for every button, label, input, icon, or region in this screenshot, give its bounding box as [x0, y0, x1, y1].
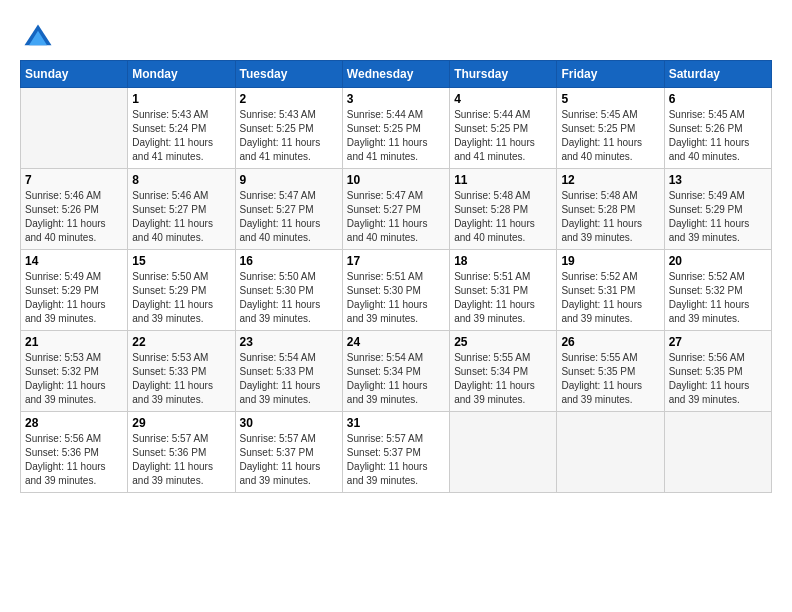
day-number: 18 [454, 254, 552, 268]
day-number: 31 [347, 416, 445, 430]
day-info: Sunrise: 5:43 AMSunset: 5:24 PMDaylight:… [132, 108, 230, 164]
day-number: 5 [561, 92, 659, 106]
logo-icon [20, 20, 56, 56]
day-number: 2 [240, 92, 338, 106]
day-info: Sunrise: 5:45 AMSunset: 5:26 PMDaylight:… [669, 108, 767, 164]
calendar-table: SundayMondayTuesdayWednesdayThursdayFrid… [20, 60, 772, 493]
day-info: Sunrise: 5:56 AMSunset: 5:36 PMDaylight:… [25, 432, 123, 488]
day-number: 1 [132, 92, 230, 106]
day-info: Sunrise: 5:55 AMSunset: 5:35 PMDaylight:… [561, 351, 659, 407]
calendar-cell: 6Sunrise: 5:45 AMSunset: 5:26 PMDaylight… [664, 88, 771, 169]
calendar-cell: 29Sunrise: 5:57 AMSunset: 5:36 PMDayligh… [128, 412, 235, 493]
calendar-week-row: 21Sunrise: 5:53 AMSunset: 5:32 PMDayligh… [21, 331, 772, 412]
day-number: 7 [25, 173, 123, 187]
calendar-cell: 5Sunrise: 5:45 AMSunset: 5:25 PMDaylight… [557, 88, 664, 169]
day-info: Sunrise: 5:57 AMSunset: 5:37 PMDaylight:… [347, 432, 445, 488]
calendar-day-header: Sunday [21, 61, 128, 88]
calendar-cell: 2Sunrise: 5:43 AMSunset: 5:25 PMDaylight… [235, 88, 342, 169]
day-number: 12 [561, 173, 659, 187]
calendar-cell: 1Sunrise: 5:43 AMSunset: 5:24 PMDaylight… [128, 88, 235, 169]
calendar-cell: 14Sunrise: 5:49 AMSunset: 5:29 PMDayligh… [21, 250, 128, 331]
day-info: Sunrise: 5:47 AMSunset: 5:27 PMDaylight:… [347, 189, 445, 245]
day-info: Sunrise: 5:53 AMSunset: 5:32 PMDaylight:… [25, 351, 123, 407]
day-number: 6 [669, 92, 767, 106]
calendar-cell: 25Sunrise: 5:55 AMSunset: 5:34 PMDayligh… [450, 331, 557, 412]
day-info: Sunrise: 5:45 AMSunset: 5:25 PMDaylight:… [561, 108, 659, 164]
calendar-day-header: Saturday [664, 61, 771, 88]
calendar-cell: 4Sunrise: 5:44 AMSunset: 5:25 PMDaylight… [450, 88, 557, 169]
calendar-cell [664, 412, 771, 493]
day-info: Sunrise: 5:52 AMSunset: 5:31 PMDaylight:… [561, 270, 659, 326]
calendar-day-header: Wednesday [342, 61, 449, 88]
calendar-cell: 20Sunrise: 5:52 AMSunset: 5:32 PMDayligh… [664, 250, 771, 331]
calendar-day-header: Tuesday [235, 61, 342, 88]
calendar-week-row: 7Sunrise: 5:46 AMSunset: 5:26 PMDaylight… [21, 169, 772, 250]
day-number: 14 [25, 254, 123, 268]
day-info: Sunrise: 5:46 AMSunset: 5:27 PMDaylight:… [132, 189, 230, 245]
calendar-cell: 7Sunrise: 5:46 AMSunset: 5:26 PMDaylight… [21, 169, 128, 250]
calendar-header-row: SundayMondayTuesdayWednesdayThursdayFrid… [21, 61, 772, 88]
calendar-cell: 3Sunrise: 5:44 AMSunset: 5:25 PMDaylight… [342, 88, 449, 169]
day-number: 8 [132, 173, 230, 187]
day-info: Sunrise: 5:46 AMSunset: 5:26 PMDaylight:… [25, 189, 123, 245]
calendar-cell: 24Sunrise: 5:54 AMSunset: 5:34 PMDayligh… [342, 331, 449, 412]
day-number: 28 [25, 416, 123, 430]
calendar-cell: 12Sunrise: 5:48 AMSunset: 5:28 PMDayligh… [557, 169, 664, 250]
day-info: Sunrise: 5:50 AMSunset: 5:30 PMDaylight:… [240, 270, 338, 326]
calendar-cell: 21Sunrise: 5:53 AMSunset: 5:32 PMDayligh… [21, 331, 128, 412]
calendar-cell: 30Sunrise: 5:57 AMSunset: 5:37 PMDayligh… [235, 412, 342, 493]
day-number: 22 [132, 335, 230, 349]
day-number: 3 [347, 92, 445, 106]
calendar-cell: 23Sunrise: 5:54 AMSunset: 5:33 PMDayligh… [235, 331, 342, 412]
day-info: Sunrise: 5:43 AMSunset: 5:25 PMDaylight:… [240, 108, 338, 164]
day-info: Sunrise: 5:49 AMSunset: 5:29 PMDaylight:… [669, 189, 767, 245]
day-number: 16 [240, 254, 338, 268]
day-number: 20 [669, 254, 767, 268]
calendar-cell: 10Sunrise: 5:47 AMSunset: 5:27 PMDayligh… [342, 169, 449, 250]
calendar-cell [450, 412, 557, 493]
calendar-cell: 15Sunrise: 5:50 AMSunset: 5:29 PMDayligh… [128, 250, 235, 331]
day-info: Sunrise: 5:51 AMSunset: 5:30 PMDaylight:… [347, 270, 445, 326]
day-info: Sunrise: 5:50 AMSunset: 5:29 PMDaylight:… [132, 270, 230, 326]
calendar-cell [557, 412, 664, 493]
day-number: 25 [454, 335, 552, 349]
day-info: Sunrise: 5:51 AMSunset: 5:31 PMDaylight:… [454, 270, 552, 326]
day-number: 9 [240, 173, 338, 187]
page-container: SundayMondayTuesdayWednesdayThursdayFrid… [20, 20, 772, 493]
logo [20, 20, 60, 56]
day-number: 23 [240, 335, 338, 349]
calendar-day-header: Friday [557, 61, 664, 88]
day-number: 26 [561, 335, 659, 349]
calendar-cell: 17Sunrise: 5:51 AMSunset: 5:30 PMDayligh… [342, 250, 449, 331]
calendar-cell: 8Sunrise: 5:46 AMSunset: 5:27 PMDaylight… [128, 169, 235, 250]
calendar-day-header: Thursday [450, 61, 557, 88]
calendar-cell: 18Sunrise: 5:51 AMSunset: 5:31 PMDayligh… [450, 250, 557, 331]
calendar-cell: 28Sunrise: 5:56 AMSunset: 5:36 PMDayligh… [21, 412, 128, 493]
day-info: Sunrise: 5:57 AMSunset: 5:36 PMDaylight:… [132, 432, 230, 488]
day-info: Sunrise: 5:54 AMSunset: 5:34 PMDaylight:… [347, 351, 445, 407]
day-info: Sunrise: 5:53 AMSunset: 5:33 PMDaylight:… [132, 351, 230, 407]
calendar-cell: 26Sunrise: 5:55 AMSunset: 5:35 PMDayligh… [557, 331, 664, 412]
day-number: 11 [454, 173, 552, 187]
day-info: Sunrise: 5:48 AMSunset: 5:28 PMDaylight:… [561, 189, 659, 245]
day-info: Sunrise: 5:44 AMSunset: 5:25 PMDaylight:… [454, 108, 552, 164]
day-number: 30 [240, 416, 338, 430]
day-info: Sunrise: 5:52 AMSunset: 5:32 PMDaylight:… [669, 270, 767, 326]
day-info: Sunrise: 5:56 AMSunset: 5:35 PMDaylight:… [669, 351, 767, 407]
calendar-cell [21, 88, 128, 169]
day-number: 15 [132, 254, 230, 268]
day-number: 27 [669, 335, 767, 349]
day-number: 17 [347, 254, 445, 268]
calendar-cell: 22Sunrise: 5:53 AMSunset: 5:33 PMDayligh… [128, 331, 235, 412]
day-number: 24 [347, 335, 445, 349]
day-info: Sunrise: 5:55 AMSunset: 5:34 PMDaylight:… [454, 351, 552, 407]
calendar-cell: 9Sunrise: 5:47 AMSunset: 5:27 PMDaylight… [235, 169, 342, 250]
day-number: 29 [132, 416, 230, 430]
day-number: 10 [347, 173, 445, 187]
day-info: Sunrise: 5:48 AMSunset: 5:28 PMDaylight:… [454, 189, 552, 245]
calendar-cell: 16Sunrise: 5:50 AMSunset: 5:30 PMDayligh… [235, 250, 342, 331]
calendar-cell: 19Sunrise: 5:52 AMSunset: 5:31 PMDayligh… [557, 250, 664, 331]
calendar-day-header: Monday [128, 61, 235, 88]
calendar-cell: 27Sunrise: 5:56 AMSunset: 5:35 PMDayligh… [664, 331, 771, 412]
calendar-cell: 31Sunrise: 5:57 AMSunset: 5:37 PMDayligh… [342, 412, 449, 493]
